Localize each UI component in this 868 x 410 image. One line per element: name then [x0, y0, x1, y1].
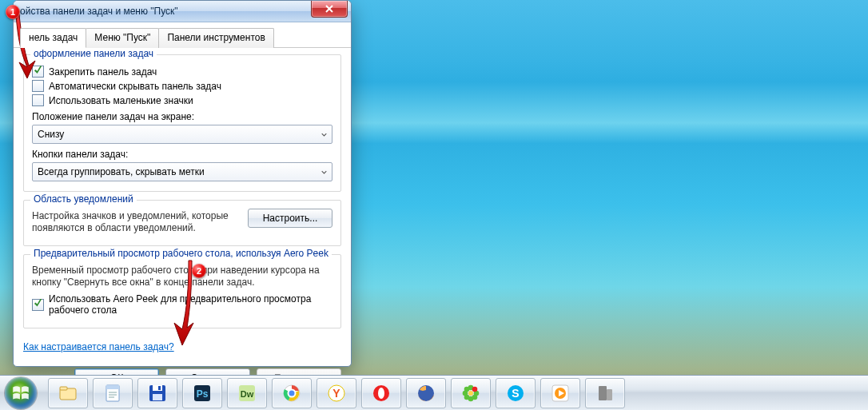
tab-taskbar[interactable]: нель задач [20, 28, 86, 48]
window-title: ойства панели задач и меню "Пуск" [20, 6, 178, 17]
group-aero-peek: Предварительный просмотр рабочего стола,… [23, 254, 341, 328]
close-icon [325, 4, 334, 14]
titlebar[interactable]: ойства панели задач и меню "Пуск" [14, 1, 351, 22]
label-lock-taskbar: Закрепить панель задач [49, 66, 157, 78]
svg-rect-9 [153, 394, 162, 400]
svg-text:Dw: Dw [241, 389, 254, 399]
taskbar-item-photoshop[interactable]: Ps [182, 378, 222, 408]
gray-app-icon [595, 383, 615, 404]
tab-toolbars[interactable]: Панели инструментов [158, 28, 273, 48]
chrome-icon [281, 383, 302, 404]
taskbar-item-explorer[interactable] [48, 378, 88, 408]
svg-rect-37 [607, 389, 612, 400]
taskbar-item-gray-app[interactable] [585, 378, 625, 408]
taskbar-item-dreamweaver[interactable]: Dw [227, 378, 267, 408]
group-legend: оформление панели задач [30, 48, 157, 59]
select-position[interactable]: Снизу [32, 125, 332, 144]
svg-point-30 [472, 394, 478, 400]
media-icon [550, 383, 571, 404]
taskbar-item-opera[interactable] [361, 378, 401, 408]
svg-point-27 [464, 386, 470, 392]
taskbar-item-chrome[interactable] [272, 378, 312, 408]
label-autohide: Автоматически скрывать панель задач [49, 81, 221, 92]
select-position-value: Снизу [38, 129, 64, 140]
taskbar-item-media[interactable] [540, 378, 580, 408]
label-aero-peek: Использовать Aero Peek для предварительн… [49, 293, 332, 316]
group-legend: Область уведомлений [30, 193, 137, 205]
notepad-icon [102, 383, 123, 404]
checkbox-small-icons[interactable] [32, 94, 44, 106]
annotation-badge-2: 2 [192, 264, 206, 278]
taskbar-item-icq[interactable] [451, 378, 491, 408]
group-notification-area: Область уведомлений Настройка значков и … [23, 200, 341, 246]
checkbox-aero-peek[interactable] [32, 299, 44, 311]
configure-button[interactable]: Настроить... [248, 209, 332, 228]
chevron-down-icon [321, 132, 327, 137]
help-link[interactable]: Как настраивается панель задач? [23, 341, 174, 352]
svg-text:Y: Y [332, 387, 340, 400]
dreamweaver-icon: Dw [237, 383, 257, 404]
peek-desc: Временный просмотр рабочего стола при на… [32, 265, 332, 289]
tabstrip: нель задач Меню "Пуск" Панели инструмент… [14, 22, 351, 48]
select-buttons-value: Всегда группировать, скрывать метки [38, 166, 205, 177]
label-small-icons: Использовать маленькие значки [49, 95, 193, 106]
label-position: Положение панели задач на экране: [32, 111, 332, 122]
tab-startmenu[interactable]: Меню "Пуск" [86, 28, 159, 48]
taskbar-item-notepad[interactable] [93, 378, 133, 408]
svg-point-17 [289, 389, 296, 396]
opera-icon [371, 383, 392, 404]
checkbox-autohide[interactable] [32, 80, 44, 92]
svg-rect-10 [158, 386, 161, 390]
icq-icon [460, 383, 481, 404]
svg-text:S: S [512, 387, 519, 400]
group-taskbar-design: оформление панели задач Закрепить панель… [23, 54, 341, 192]
skype-icon: S [505, 383, 526, 404]
svg-rect-36 [599, 386, 607, 400]
desktop[interactable]: ойства панели задач и меню "Пуск" нель з… [0, 0, 868, 410]
close-button[interactable] [311, 1, 348, 18]
group-legend: Предварительный просмотр рабочего стола,… [30, 248, 332, 259]
chevron-down-icon [321, 169, 327, 175]
notification-desc: Настройка значков и уведомлений, которые… [32, 210, 240, 234]
svg-rect-3 [106, 385, 119, 389]
svg-text:Ps: Ps [197, 388, 209, 400]
taskbar-item-save[interactable] [137, 378, 177, 408]
taskbar[interactable]: PsDwYS [0, 375, 868, 410]
svg-point-21 [378, 388, 384, 399]
select-buttons[interactable]: Всегда группировать, скрывать метки [32, 162, 332, 181]
checkbox-lock-taskbar[interactable] [32, 66, 44, 78]
annotation-badge-1: 1 [6, 5, 20, 19]
label-buttons: Кнопки панели задач: [32, 149, 332, 160]
explorer-icon [58, 383, 78, 404]
taskbar-item-firefox[interactable] [406, 378, 446, 408]
svg-point-31 [468, 391, 473, 396]
windows-logo-icon [10, 383, 31, 404]
yandex-icon: Y [326, 383, 347, 404]
save-icon [147, 383, 168, 404]
taskbar-item-yandex[interactable]: Y [317, 378, 356, 408]
firefox-icon [416, 383, 436, 404]
svg-rect-1 [60, 387, 67, 390]
taskbar-item-skype[interactable]: S [496, 378, 536, 408]
start-button[interactable] [5, 377, 37, 409]
taskbar-properties-dialog: ойства панели задач и меню "Пуск" нель з… [13, 0, 352, 367]
svg-point-29 [464, 394, 470, 400]
svg-rect-8 [153, 385, 162, 391]
photoshop-icon: Ps [192, 383, 213, 404]
svg-point-28 [472, 386, 478, 392]
